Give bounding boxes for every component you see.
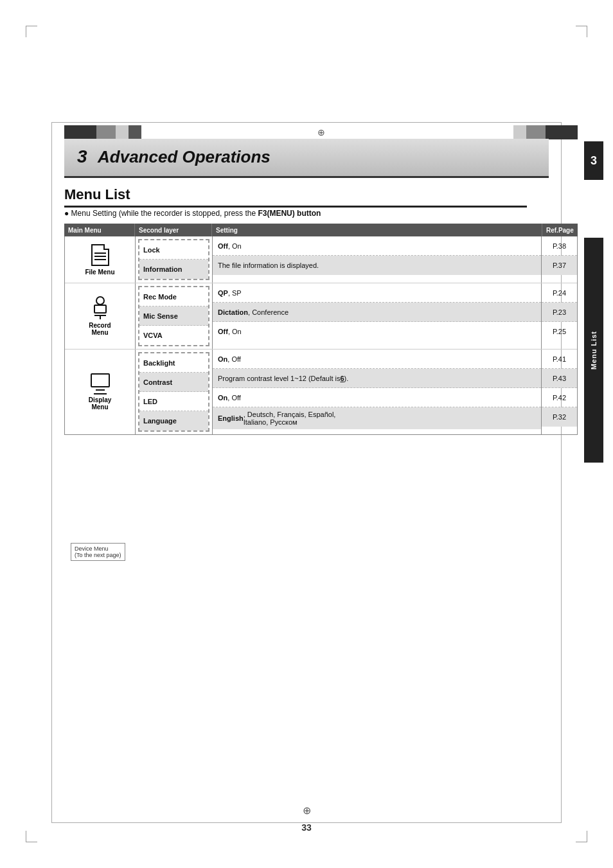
- main-menu-cell-display: DisplayMenu: [65, 350, 136, 434]
- setting-language: English, Deutsch, Français, Español,Ital…: [213, 407, 541, 429]
- chapter-title: Advanced Operations: [98, 147, 271, 166]
- bar-seg-2: [96, 125, 116, 139]
- main-menu-cell-record: RecordMenu: [65, 283, 136, 349]
- sub-row-contrast: Contrast: [139, 373, 208, 392]
- section-heading: Menu List: [64, 186, 527, 208]
- ref-information: P.37: [542, 256, 577, 275]
- th-main-menu: Main Menu: [64, 224, 135, 236]
- record-icon: [94, 296, 107, 319]
- sub-row-vcva: VCVA: [139, 326, 208, 345]
- bar-seg-7: [526, 125, 546, 139]
- hline-top: [51, 122, 562, 123]
- corner-mark-tr: [576, 26, 587, 37]
- bullet: ●: [64, 209, 69, 218]
- sub-row-backlight: Backlight: [139, 353, 208, 373]
- ref-vcva: P.25: [542, 322, 577, 341]
- setting-lock: Off, On: [213, 236, 541, 256]
- table-header-row: Main Menu Second layer Setting Ref.Page: [64, 224, 578, 236]
- corner-mark-bl: [26, 831, 37, 842]
- sub-inner-file: Lock Information: [138, 239, 209, 280]
- sub-inner-record: Rec Mode Mic Sense VCVA: [138, 286, 209, 346]
- section-file-menu: File Menu Lock Information Off, On The f…: [65, 236, 577, 283]
- bar-seg-5: [501, 125, 513, 139]
- display-menu-label: DisplayMenu: [89, 396, 112, 411]
- bar-seg-6: [513, 125, 526, 139]
- chapter-side-tab: 3: [584, 141, 603, 180]
- th-second-layer: Second layer: [135, 224, 212, 236]
- file-icon: [91, 244, 109, 266]
- setting-rec-mode: QP, SP: [213, 283, 541, 303]
- corner-mark-tl: [26, 26, 37, 37]
- sub-row-information: Information: [139, 260, 208, 279]
- bar-seg-3: [116, 125, 129, 139]
- setting-led: On, Off: [213, 388, 541, 407]
- ref-mic-sense: P.23: [542, 303, 577, 322]
- ref-display: P.41 P.43 P.42 P.32: [542, 350, 577, 434]
- setting-contrast: Program contrast level 1~12 (Default is …: [213, 369, 541, 388]
- ref-record: P.24 P.23 P.25: [542, 283, 577, 349]
- vline-left: [51, 122, 52, 823]
- section-display-menu: DisplayMenu Backlight Contrast LED Langu…: [65, 350, 577, 434]
- page-number: 33: [301, 822, 312, 833]
- ref-lock: P.38: [542, 236, 577, 256]
- sub-inner-display: Backlight Contrast LED Language: [138, 352, 209, 432]
- bottom-crosshair: ⊕: [303, 804, 311, 817]
- instruction-text: ● Menu Setting (while the recorder is st…: [64, 209, 321, 218]
- sub-items-record: Rec Mode Mic Sense VCVA: [136, 283, 213, 349]
- corner-mark-br: [576, 831, 587, 842]
- sub-row-mic-sense: Mic Sense: [139, 306, 208, 326]
- bar-seg-8: [546, 125, 578, 139]
- ref-led: P.42: [542, 388, 577, 407]
- setting-information: The file information is displayed.: [213, 256, 541, 275]
- sub-items-file: Lock Information: [136, 236, 213, 283]
- device-menu-note: Device Menu (To the next page): [71, 543, 125, 561]
- ref-backlight: P.41: [542, 350, 577, 369]
- ref-rec-mode: P.24: [542, 283, 577, 303]
- top-crosshair: ⊕: [317, 127, 325, 137]
- settings-file: Off, On The file information is displaye…: [213, 236, 542, 283]
- th-ref-page: Ref.Page: [542, 224, 578, 236]
- table-body: File Menu Lock Information Off, On The f…: [64, 236, 578, 435]
- ref-language: P.32: [542, 407, 577, 427]
- setting-mic-sense: Dictation, Conference: [213, 303, 541, 322]
- sub-row-rec-mode: Rec Mode: [139, 287, 208, 306]
- setting-backlight: On, Off: [213, 350, 541, 369]
- record-menu-label: RecordMenu: [89, 322, 111, 336]
- sub-row-lock: Lock: [139, 240, 208, 260]
- setting-vcva: Off, On: [213, 322, 541, 341]
- bar-seg-4: [129, 125, 141, 139]
- sub-row-language: Language: [139, 411, 208, 430]
- chapter-number: 3: [77, 146, 87, 166]
- file-menu-label: File Menu: [85, 269, 114, 276]
- bar-center: ⊕: [141, 125, 501, 139]
- main-menu-cell-file: File Menu: [65, 236, 136, 283]
- top-decorative-bar: ⊕: [64, 125, 578, 139]
- settings-record: QP, SP Dictation, Conference Off, On: [213, 283, 542, 349]
- page: ⊕ 3 Advanced Operations 3 Menu List Menu…: [0, 0, 613, 868]
- ref-file: P.38 P.37: [542, 236, 577, 283]
- th-setting: Setting: [212, 224, 542, 236]
- settings-display: On, Off Program contrast level 1~12 (Def…: [213, 350, 542, 434]
- section-record-menu: RecordMenu Rec Mode Mic Sense VCVA QP, S…: [65, 283, 577, 350]
- sub-items-display: Backlight Contrast LED Language: [136, 350, 213, 434]
- menu-diagram: Main Menu Second layer Setting Ref.Page: [64, 224, 578, 435]
- instruction-bold: F3(MENU) button: [258, 209, 321, 218]
- side-tab-menu-list: Menu List: [584, 238, 603, 463]
- bar-seg-1: [64, 125, 96, 139]
- sub-row-led: LED: [139, 392, 208, 411]
- ref-contrast: P.43: [542, 369, 577, 388]
- side-tab-label: Menu List: [590, 331, 598, 369]
- display-icon: [91, 373, 110, 387]
- chapter-block: 3 Advanced Operations: [64, 139, 549, 178]
